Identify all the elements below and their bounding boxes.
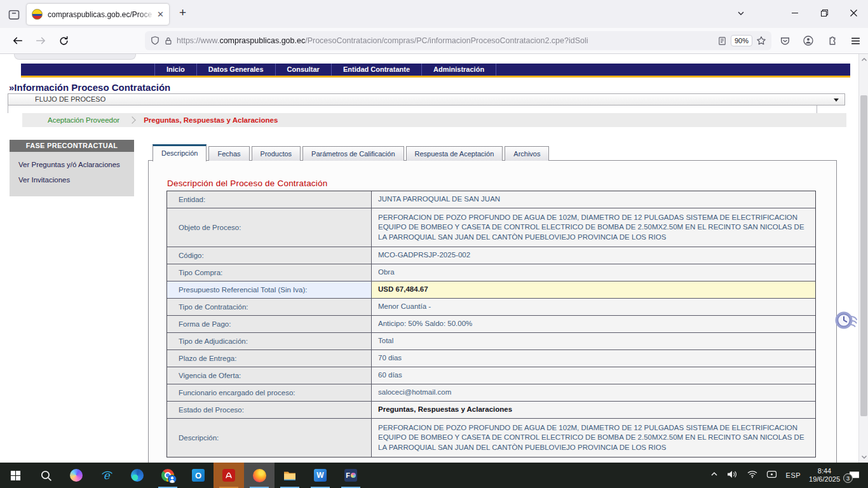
table-row-funcionario-encargado-del-proceso: Funcionario encargado del proceso:saloce… [167,384,815,402]
table-row-vigencia-de-oferta: Vigencia de Oferta:60 días [167,367,815,384]
row-label: Código: [167,247,372,264]
row-value: JUNTA PARROQUIAL DE SAN JUAN [372,191,815,208]
back-button[interactable] [9,32,27,50]
nav-item-entidad-contratante[interactable]: Entidad Contratante [331,64,421,76]
breadcrumb-step-aceptacion-proveedor[interactable]: Aceptación Proveedor [48,116,119,124]
row-value: Anticipo: 50% Saldo: 50.00% [372,316,815,332]
bookmark-star-icon[interactable] [756,36,766,46]
table-row-objeto-de-proceso: Objeto de Proceso:PERFORACION DE POZO PR… [167,208,815,247]
url-bar[interactable]: https://www.compraspublicas.gob.ec/Proce… [145,31,771,50]
table-row-descripcion: Descripción:PERFORACION DE POZO PROFUNDO… [167,419,815,457]
nav-item-inicio[interactable]: Inicio [154,64,196,76]
site-nav: InicioDatos GeneralesConsultarEntidad Co… [21,64,850,76]
reload-button[interactable] [55,32,72,50]
row-value: MCO-GADPRSJP-2025-002 [372,247,815,264]
row-value: PERFORACION DE POZO PROFUNDO DE AGUA DE … [372,208,815,247]
row-label: Entidad: [167,191,372,208]
row-label: Forma de Pago: [167,316,372,332]
restore-button[interactable] [810,0,839,25]
sidebar-item-ver-preguntas-y-o-aclaraciones[interactable]: Ver Preguntas y/ó Aclaraciones [10,157,134,172]
tab-archivos[interactable]: Archivos [505,146,549,161]
new-tab-button[interactable]: + [179,6,186,20]
nav-item-administracion[interactable]: Administración [421,64,496,76]
table-row-tipo-de-adjudicacion: Tipo de Adjudicación:Total [167,333,815,350]
tab-fechas[interactable]: Fechas [208,146,249,161]
action-center-icon[interactable]: 3 [848,470,860,481]
tray-time: 8:44 [809,467,840,475]
taskbar-fes-icon[interactable]: F [336,463,366,488]
row-label: Tipo Compra: [167,264,372,281]
tray-date: 19/6/2025 [809,475,840,484]
taskbar-edge-icon[interactable] [122,463,153,488]
tray-chevron-up-icon[interactable] [710,470,719,481]
row-label: Tipo de Contratación: [167,299,372,315]
url-text: https://www.compraspublicas.gob.ec/Proce… [177,36,714,45]
account-icon[interactable] [799,32,817,50]
browser-tab[interactable]: compraspublicas.gob.ec/Proce ✕ [27,4,169,25]
dropdown-arrow-icon [834,98,839,102]
taskbar-chrome-icon[interactable] [153,463,183,488]
menu-hamburger-icon[interactable] [846,32,864,50]
row-label: Plazo de Entrega: [167,350,372,367]
tab-productos[interactable]: Productos [252,146,301,161]
row-value: Preguntas, Respuestas y Aclaraciones [372,402,815,418]
tab-close-icon[interactable]: ✕ [157,10,164,18]
process-details-table: Entidad:JUNTA PARROQUIAL DE SAN JUANObje… [166,191,816,458]
row-label: Funcionario encargado del proceso: [167,384,372,401]
floating-clock-widget-icon[interactable] [833,308,857,332]
scroll-up-icon[interactable] [859,55,868,64]
row-value: Obra [372,264,815,281]
taskbar-acrobat-icon[interactable] [214,463,244,488]
list-tabs-chevron-icon[interactable] [736,8,746,21]
minimize-button[interactable] [780,0,810,25]
tab-descripcion[interactable]: Descripción [153,144,207,161]
nav-item-consultar[interactable]: Consultar [275,64,331,76]
tab-respuesta-de-aceptacion[interactable]: Respuesta de Aceptación [406,146,503,161]
tab-parametros-de-calificacion[interactable]: Parámetros de Calificación [302,146,403,161]
tray-clock[interactable]: 8:44 19/6/2025 [809,467,840,484]
shield-icon[interactable] [150,36,160,46]
zoom-level-badge[interactable]: 90% [731,35,752,46]
breadcrumb-chevron-icon [128,116,135,123]
taskbar-internet-explorer-icon[interactable]: e [92,463,122,488]
taskbar-start-icon[interactable] [0,463,31,488]
lock-icon[interactable] [164,36,173,46]
wifi-icon[interactable] [747,470,758,481]
pocket-icon[interactable] [776,32,794,50]
flujo-panel-edge [8,105,817,113]
meet-now-icon[interactable] [766,470,778,482]
language-indicator[interactable]: ESP [786,471,801,479]
page-scrollbar[interactable] [858,54,868,463]
forward-button[interactable] [32,32,50,50]
taskbar-copilot-icon[interactable] [61,463,92,488]
scroll-down-icon[interactable] [859,452,868,461]
urlbar-dropdown-remnant [14,54,136,60]
taskbar-search-icon[interactable] [31,463,61,488]
sidebar-item-ver-invitaciones[interactable]: Ver Invitaciones [10,172,134,187]
extensions-puzzle-icon[interactable] [823,32,841,50]
row-value: Total [372,333,815,349]
volume-icon[interactable] [727,470,738,482]
taskbar-firefox-icon[interactable] [244,463,275,488]
close-button[interactable] [839,0,868,25]
site-favicon-icon [32,9,43,20]
firefox-view-icon[interactable] [6,7,22,22]
row-label: Objeto de Proceso: [167,208,372,247]
taskbar-icons: eOWF [0,463,366,488]
taskbar-file-explorer-icon[interactable] [275,463,305,488]
table-row-forma-de-pago: Forma de Pago:Anticipo: 50% Saldo: 50.00… [167,316,815,333]
flujo-de-proceso-select[interactable]: FLUJO DE PROCESO [8,93,845,105]
table-row-tipo-de-contratacion: Tipo de Contratación:Menor Cuantía - [167,299,815,316]
gold-accent-bar [21,76,850,78]
flujo-label: FLUJO DE PROCESO [35,95,105,103]
row-label: Descripción: [167,419,372,457]
system-tray: ESP 8:44 19/6/2025 3 [710,463,868,488]
sidebar: FASE PRECONTRACTUAL Ver Preguntas y/ó Ac… [10,140,134,196]
reader-view-icon[interactable] [717,36,727,46]
taskbar-outlook-icon[interactable]: O [183,463,214,488]
taskbar-word-icon[interactable]: W [305,463,336,488]
scrollbar-thumb[interactable] [860,95,867,416]
nav-item-datos-generales[interactable]: Datos Generales [196,64,275,76]
row-label: Tipo de Adjudicación: [167,333,372,349]
detail-tabs: DescripciónFechasProductosParámetros de … [153,144,549,161]
